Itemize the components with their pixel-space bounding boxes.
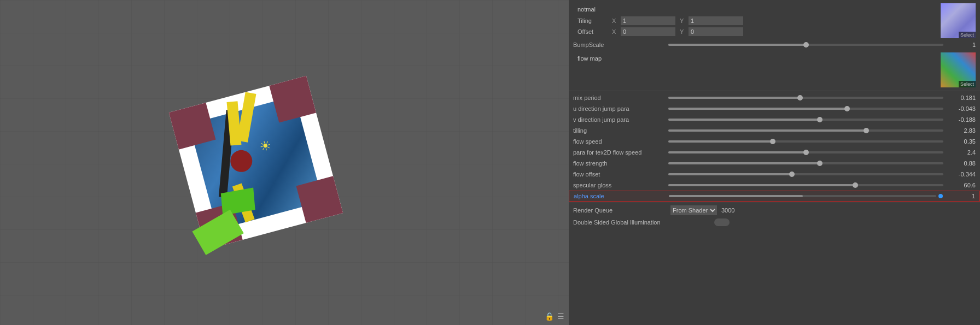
- alpha-scale-row: alpha scale 1: [569, 191, 980, 202]
- flow-strength-slider[interactable]: [668, 162, 943, 164]
- render-queue-value: 3000: [721, 207, 734, 214]
- offset-label: Offset: [578, 28, 608, 35]
- tiling-label: Tiling: [578, 17, 608, 24]
- specular-gloss-row: specular gloss 60.6: [569, 180, 980, 191]
- flow-offset-label: flow offset: [573, 171, 666, 178]
- offset-x-axis: X: [612, 28, 619, 35]
- alpha-scale-value: 1: [945, 193, 975, 199]
- specular-gloss-thumb: [853, 182, 858, 188]
- alpha-scale-dot: [938, 194, 943, 198]
- flow-offset-fill: [668, 173, 792, 175]
- bumpscale-fill: [668, 44, 806, 46]
- v-dir-row: v direction jump para -0.188: [569, 114, 980, 125]
- tilling-fill: [668, 129, 866, 132]
- para-tex2d-slider[interactable]: [668, 151, 943, 153]
- flow-offset-value: -0.344: [946, 171, 976, 178]
- viewport: ☀ 🔒 ☰: [0, 0, 569, 325]
- render-queue-select[interactable]: From Shader: [670, 205, 717, 215]
- bumpscale-thumb: [803, 42, 809, 48]
- u-dir-fill: [668, 108, 847, 110]
- tiling-y-input[interactable]: [689, 16, 743, 25]
- divider2: [569, 203, 980, 203]
- flow-strength-value: 0.88: [946, 160, 976, 167]
- bumpscale-label: BumpScale: [573, 42, 666, 48]
- flow-speed-thumb: [770, 139, 775, 144]
- tilling-label: tilling: [573, 127, 666, 134]
- v-dir-slider[interactable]: [668, 119, 943, 121]
- tilling-value: 2.83: [946, 127, 976, 134]
- flowmap-texture-thumb: Select: [941, 52, 976, 87]
- normal-header-row: notmal: [573, 3, 936, 15]
- bumpscale-row: BumpScale 1: [569, 39, 980, 50]
- flow-offset-slider[interactable]: [668, 173, 943, 175]
- viewport-bottom-icons: 🔒 ☰: [545, 312, 564, 321]
- flow-speed-slider[interactable]: [668, 140, 943, 143]
- para-tex2d-thumb: [803, 150, 809, 155]
- offset-y-input[interactable]: [689, 27, 743, 36]
- normal-label: notmal: [578, 6, 596, 13]
- bumpscale-value: 1: [946, 42, 976, 48]
- properties-panel: notmal Tiling X Y Offset X: [569, 0, 980, 325]
- render-queue-label: Render Queue: [573, 207, 666, 214]
- flow-strength-label: flow strength: [573, 160, 666, 167]
- tilling-thumb: [864, 128, 869, 133]
- tiling-row: Tiling X Y: [573, 15, 936, 26]
- flow-offset-thumb: [789, 172, 795, 177]
- para-tex2d-fill: [668, 151, 806, 153]
- flow-speed-label: flow speed: [573, 138, 666, 145]
- lock-icon: 🔒: [545, 312, 554, 321]
- mix-period-value: 0.181: [946, 94, 976, 101]
- flow-speed-row: flow speed 0.35: [569, 136, 980, 147]
- v-dir-value: -0.188: [946, 116, 976, 123]
- double-sided-toggle[interactable]: [714, 218, 730, 226]
- u-dir-thumb: [844, 106, 850, 111]
- para-tex2d-row: para for tex2D flow speed 2.4: [569, 147, 980, 158]
- normal-select-button[interactable]: Select: [959, 32, 976, 38]
- mix-period-row: mix period 0.181: [569, 92, 980, 103]
- divider1: [569, 91, 980, 91]
- render-queue-row: Render Queue From Shader 3000: [569, 204, 980, 216]
- tiling-x-field: X: [612, 16, 675, 25]
- tiling-x-axis: X: [612, 17, 619, 24]
- u-dir-row: u direction jump para -0.043: [569, 103, 980, 114]
- offset-y-axis: Y: [680, 28, 686, 35]
- double-sided-row: Double Sided Global Illumination: [569, 216, 980, 228]
- alpha-scale-fill: [669, 195, 803, 197]
- u-dir-value: -0.043: [946, 105, 976, 112]
- flowmap-select-button[interactable]: Select: [959, 81, 976, 87]
- tiling-y-field: Y: [680, 16, 743, 25]
- tilling-slider[interactable]: [668, 129, 943, 132]
- mix-period-slider[interactable]: [668, 97, 943, 99]
- specular-gloss-value: 60.6: [946, 182, 976, 188]
- flow-speed-fill: [668, 140, 773, 143]
- alpha-scale-slider[interactable]: [669, 195, 936, 197]
- u-dir-label: u direction jump para: [573, 105, 666, 112]
- specular-gloss-fill: [668, 184, 855, 186]
- offset-x-input[interactable]: [621, 27, 675, 36]
- tilling-row: tilling 2.83: [569, 125, 980, 136]
- alpha-scale-label: alpha scale: [574, 193, 667, 199]
- specular-gloss-label: specular gloss: [573, 182, 666, 188]
- normal-texture-thumb: Select: [941, 3, 976, 38]
- bumpscale-slider[interactable]: [668, 44, 943, 46]
- tiling-y-axis: Y: [680, 17, 686, 24]
- specular-gloss-slider[interactable]: [668, 184, 943, 186]
- mix-period-fill: [668, 97, 800, 99]
- flow-strength-thumb: [817, 161, 822, 166]
- u-dir-slider[interactable]: [668, 108, 943, 110]
- para-tex2d-label: para for tex2D flow speed: [573, 149, 666, 156]
- mix-period-thumb: [797, 95, 803, 101]
- para-tex2d-value: 2.4: [946, 149, 976, 156]
- offset-y-field: Y: [680, 27, 743, 36]
- flow-offset-row: flow offset -0.344: [569, 169, 980, 180]
- mix-period-label: mix period: [573, 94, 666, 101]
- flowmap-label: flow map: [578, 55, 602, 62]
- offset-row: Offset X Y: [573, 26, 936, 37]
- menu-icon: ☰: [557, 312, 564, 321]
- v-dir-fill: [668, 119, 820, 121]
- offset-x-field: X: [612, 27, 675, 36]
- flow-speed-value: 0.35: [946, 138, 976, 145]
- v-dir-thumb: [817, 117, 822, 122]
- tiling-x-input[interactable]: [621, 16, 675, 25]
- v-dir-label: v direction jump para: [573, 116, 666, 123]
